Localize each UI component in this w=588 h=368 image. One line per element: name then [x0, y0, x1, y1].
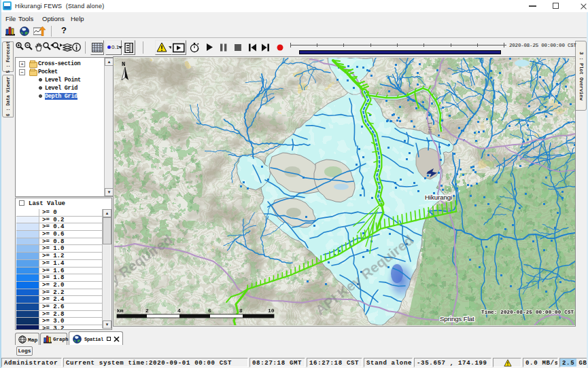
svg-text:Springs Flat: Springs Flat [440, 315, 474, 323]
svg-text:Hikurangi: Hikurangi [425, 194, 452, 201]
svg-text:N: N [122, 61, 125, 68]
svg-text:Time: 2020-08-25 00:00:00 CST: Time: 2020-08-25 00:00:00 CST [481, 310, 574, 315]
svg-text:8: 8 [239, 308, 243, 314]
svg-text:6: 6 [208, 308, 211, 314]
svg-text:10: 10 [268, 308, 275, 314]
svg-text:km: km [117, 308, 124, 314]
svg-text:2: 2 [145, 308, 149, 314]
svg-text:SH 1: SH 1 [427, 122, 433, 134]
svg-text:4: 4 [177, 308, 181, 314]
